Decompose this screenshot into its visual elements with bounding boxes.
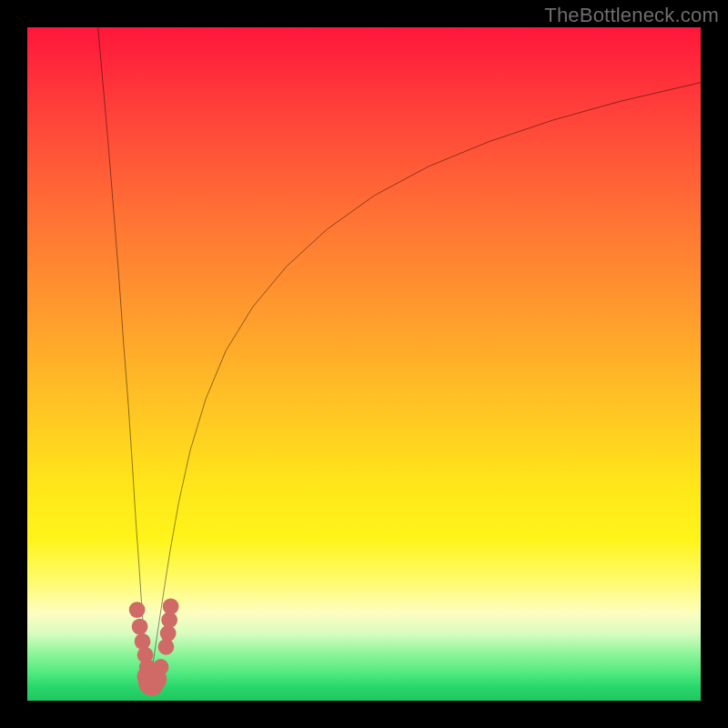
chart-svg xyxy=(27,27,701,701)
marker-dot xyxy=(132,619,148,635)
watermark-text: TheBottleneck.com xyxy=(544,4,719,27)
plot-area xyxy=(27,27,701,701)
marker-dot xyxy=(153,659,169,675)
marker-dot xyxy=(129,602,146,618)
marker-dot xyxy=(163,599,179,615)
marker-layer xyxy=(129,599,179,696)
chart-frame: TheBottleneck.com xyxy=(0,0,728,728)
left-branch-curve xyxy=(98,27,149,686)
marker-dot xyxy=(135,633,151,650)
right-branch-curve xyxy=(149,83,701,686)
curve-layer xyxy=(98,27,701,686)
